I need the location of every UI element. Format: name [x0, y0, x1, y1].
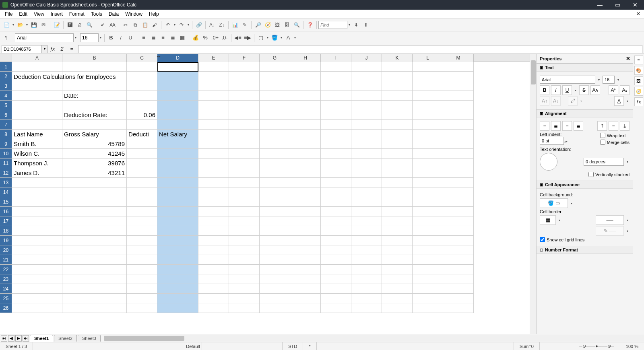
- vscroll-thumb[interactable]: [531, 60, 536, 84]
- side-valign-bottom[interactable]: ⤓: [620, 121, 630, 131]
- cell-K20[interactable]: [382, 245, 413, 255]
- cell-F21[interactable]: [229, 255, 260, 265]
- cell-I23[interactable]: [321, 274, 351, 284]
- row-header-20[interactable]: 20: [0, 245, 12, 255]
- cell-C4[interactable]: [127, 91, 157, 101]
- cell-L5[interactable]: [413, 101, 443, 110]
- cell-E14[interactable]: [198, 187, 229, 197]
- cell-J19[interactable]: [351, 236, 382, 245]
- cell-M14[interactable]: [443, 187, 474, 197]
- cell-K14[interactable]: [382, 187, 413, 197]
- cell-L22[interactable]: [413, 265, 443, 274]
- cell-B26[interactable]: [62, 303, 127, 313]
- side-align-right[interactable]: ≡: [562, 121, 572, 131]
- cell-D7[interactable]: [157, 120, 198, 130]
- section-number-format[interactable]: ▢ Number Format: [537, 246, 633, 254]
- side-underline-dropdown[interactable]: ▾: [574, 86, 578, 95]
- row-header-19[interactable]: 19: [0, 236, 12, 245]
- sheet-tab-1[interactable]: Sheet1: [30, 335, 53, 342]
- format-paint-icon[interactable]: 🖌: [150, 21, 159, 29]
- cell-K21[interactable]: [382, 255, 413, 265]
- strip-navigator-icon[interactable]: 🧭: [634, 87, 643, 96]
- cell-F19[interactable]: [229, 236, 260, 245]
- col-header-K[interactable]: K: [382, 54, 413, 62]
- cell-I1[interactable]: [321, 62, 351, 72]
- cell-H15[interactable]: [290, 197, 321, 207]
- cell-L2[interactable]: [413, 72, 443, 81]
- cell-G22[interactable]: [260, 265, 290, 274]
- col-header-D[interactable]: D: [157, 54, 198, 62]
- cell-H26[interactable]: [290, 303, 321, 313]
- menu-edit[interactable]: Edit: [16, 10, 31, 18]
- left-indent-input[interactable]: [540, 137, 564, 145]
- cell-B18[interactable]: [62, 226, 127, 236]
- cell-D15[interactable]: [157, 197, 198, 207]
- cell-D25[interactable]: [157, 294, 198, 303]
- cell-B20[interactable]: [62, 245, 127, 255]
- cell-A10[interactable]: Wilson C.: [12, 149, 62, 159]
- gallery-icon[interactable]: 🖼: [273, 21, 282, 29]
- cell-C19[interactable]: [127, 236, 157, 245]
- cell-K5[interactable]: [382, 101, 413, 110]
- section-alignment[interactable]: ▣ Alignment: [537, 109, 633, 117]
- cell-K15[interactable]: [382, 197, 413, 207]
- section-text[interactable]: ▣ Text: [537, 64, 633, 72]
- cell-E18[interactable]: [198, 226, 229, 236]
- strip-styles-icon[interactable]: 🎨: [634, 66, 643, 75]
- col-header-I[interactable]: I: [321, 54, 351, 62]
- cell-M9[interactable]: [443, 139, 474, 149]
- cell-I25[interactable]: [321, 294, 351, 303]
- orientation-input[interactable]: [584, 158, 624, 166]
- cell-J25[interactable]: [351, 294, 382, 303]
- cell-K1[interactable]: [382, 62, 413, 72]
- menu-view[interactable]: View: [31, 10, 47, 18]
- cell-H22[interactable]: [290, 265, 321, 274]
- border-style-dropdown[interactable]: ▾: [557, 216, 561, 224]
- cell-F10[interactable]: [229, 149, 260, 159]
- cell-E5[interactable]: [198, 101, 229, 110]
- cell-M8[interactable]: [443, 130, 474, 139]
- menu-format[interactable]: Format: [66, 10, 88, 18]
- paste-icon[interactable]: 📋: [140, 21, 149, 29]
- side-highlight-dropdown[interactable]: ▾: [579, 97, 583, 105]
- row-header-18[interactable]: 18: [0, 226, 12, 236]
- cell-G2[interactable]: [260, 72, 290, 81]
- cell-B25[interactable]: [62, 294, 127, 303]
- cell-F6[interactable]: [229, 110, 260, 120]
- cell-K18[interactable]: [382, 226, 413, 236]
- cell-B10[interactable]: 41245: [62, 149, 127, 159]
- cell-D18[interactable]: [157, 226, 198, 236]
- cell-M20[interactable]: [443, 245, 474, 255]
- row-header-3[interactable]: 3: [0, 81, 12, 91]
- row-header-12[interactable]: 12: [0, 168, 12, 178]
- cell-L16[interactable]: [413, 207, 443, 216]
- border-linestyle-picker[interactable]: ──: [596, 215, 624, 225]
- cell-M22[interactable]: [443, 265, 474, 274]
- cell-L11[interactable]: [413, 159, 443, 168]
- cell-D20[interactable]: [157, 245, 198, 255]
- side-font-name[interactable]: [540, 76, 595, 84]
- find-input[interactable]: [318, 21, 347, 29]
- side-fontcolor-dropdown[interactable]: ▾: [625, 97, 630, 105]
- cell-M10[interactable]: [443, 149, 474, 159]
- cell-E23[interactable]: [198, 274, 229, 284]
- cell-A9[interactable]: Smith B.: [12, 139, 62, 149]
- cell-J14[interactable]: [351, 187, 382, 197]
- tab-prev-button[interactable]: ◀: [8, 335, 14, 342]
- cell-C26[interactable]: [127, 303, 157, 313]
- datasources-icon[interactable]: 🗄: [283, 21, 291, 29]
- cell-L8[interactable]: [413, 130, 443, 139]
- new-dropdown[interactable]: ▾: [11, 21, 15, 29]
- cell-H14[interactable]: [290, 187, 321, 197]
- cell-F26[interactable]: [229, 303, 260, 313]
- cell-F13[interactable]: [229, 178, 260, 187]
- cell-D16[interactable]: [157, 207, 198, 216]
- cell-M25[interactable]: [443, 294, 474, 303]
- cell-G6[interactable]: [260, 110, 290, 120]
- find-replace-icon[interactable]: 🔎: [254, 21, 262, 29]
- cell-B2[interactable]: [62, 72, 127, 81]
- save-icon[interactable]: 💾: [29, 21, 38, 29]
- row-header-24[interactable]: 24: [0, 284, 12, 294]
- copy-icon[interactable]: ⧉: [131, 21, 140, 29]
- print-icon[interactable]: 🖨: [75, 21, 84, 29]
